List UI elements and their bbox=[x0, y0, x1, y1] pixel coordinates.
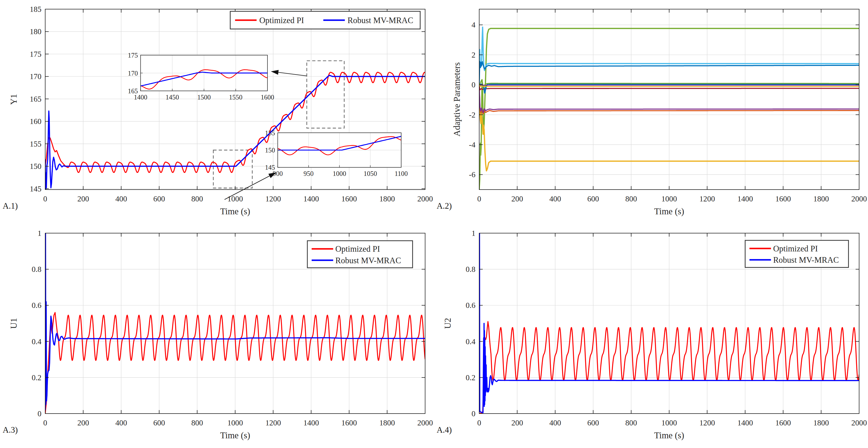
y-tick-label: 0.6 bbox=[32, 301, 41, 310]
x-tick-label: 200 bbox=[77, 418, 89, 427]
x-tick-label: 2000 bbox=[417, 418, 433, 427]
svg-text:1500: 1500 bbox=[197, 94, 211, 101]
y-tick-label: 0.2 bbox=[466, 373, 475, 382]
x-tick-label: 1400 bbox=[737, 194, 753, 203]
x-tick-label: 600 bbox=[587, 194, 599, 203]
legend: Optimized PIRobust MV-MRAC bbox=[307, 241, 412, 268]
y-tick-label: 0.8 bbox=[466, 265, 475, 274]
y-tick-label: 0.8 bbox=[32, 265, 41, 274]
x-tick-label: 0 bbox=[477, 418, 482, 427]
panel-label-a4: A.4) bbox=[437, 425, 452, 435]
y-tick-label: 160 bbox=[30, 117, 42, 126]
x-tick-label: 1400 bbox=[737, 418, 753, 427]
y-axis-label: U1 bbox=[9, 318, 19, 329]
y-tick-label: 180 bbox=[30, 27, 42, 36]
x-tick-label: 800 bbox=[191, 418, 203, 427]
svg-text:1450: 1450 bbox=[165, 94, 179, 101]
y-axis-label: U2 bbox=[443, 318, 453, 329]
legend-item-label: Robust MV-MRAC bbox=[348, 15, 413, 25]
legend: Optimized PIRobust MV-MRAC bbox=[745, 241, 848, 267]
y-tick-label: 0.2 bbox=[32, 373, 41, 382]
svg-text:1550: 1550 bbox=[229, 94, 242, 101]
x-tick-label: 600 bbox=[153, 194, 165, 203]
x-tick-label: 400 bbox=[116, 194, 127, 203]
x-tick-label: 600 bbox=[153, 418, 165, 427]
x-tick-label: 1200 bbox=[699, 194, 715, 203]
chart-canvas-u2: 020040060080010001200140016001800200000.… bbox=[434, 224, 868, 448]
x-tick-label: 1000 bbox=[227, 418, 243, 427]
y-tick-label: -2 bbox=[469, 110, 475, 119]
x-tick-label: 0 bbox=[477, 194, 482, 203]
y-tick-label: 165 bbox=[30, 95, 42, 103]
x-tick-label: 1800 bbox=[813, 418, 829, 427]
y-tick-label: -4 bbox=[469, 140, 476, 149]
x-tick-label: 1800 bbox=[379, 194, 395, 203]
y-tick-label: 0 bbox=[472, 409, 476, 418]
legend-item-label: Optimized PI bbox=[335, 244, 380, 254]
x-axis-label: Time (s) bbox=[654, 206, 684, 217]
y-tick-label: 0.4 bbox=[32, 337, 42, 346]
panel-label-a2: A.2) bbox=[437, 201, 452, 211]
x-tick-label: 2000 bbox=[851, 418, 867, 427]
x-tick-label: 800 bbox=[625, 194, 637, 203]
legend-item-label: Optimized PI bbox=[259, 15, 304, 25]
x-tick-label: 1600 bbox=[775, 418, 791, 427]
x-tick-label: 800 bbox=[625, 418, 637, 427]
legend: Optimized PIRobust MV-MRAC bbox=[230, 11, 420, 29]
y-tick-label: 1 bbox=[38, 229, 42, 237]
x-tick-label: 400 bbox=[550, 194, 561, 203]
svg-text:150: 150 bbox=[265, 147, 275, 154]
chart-canvas-y1: 0200400600800100012001400160018002000145… bbox=[0, 0, 434, 224]
y-tick-label: 185 bbox=[30, 5, 42, 13]
y-tick-label: 150 bbox=[30, 162, 42, 170]
figure-root: 0200400600800100012001400160018002000145… bbox=[0, 0, 868, 448]
x-tick-label: 400 bbox=[116, 418, 127, 427]
x-tick-label: 1200 bbox=[699, 418, 715, 427]
x-tick-label: 2000 bbox=[417, 194, 433, 203]
panel-u1-control: 020040060080010001200140016001800200000.… bbox=[0, 224, 434, 448]
x-tick-label: 600 bbox=[587, 418, 599, 427]
svg-text:950: 950 bbox=[304, 170, 314, 177]
legend-item-label: Robust MV-MRAC bbox=[335, 256, 401, 265]
callout-arrow-1 bbox=[271, 70, 307, 76]
x-tick-label: 1000 bbox=[661, 418, 677, 427]
svg-text:1000: 1000 bbox=[333, 170, 346, 177]
y-tick-label: 155 bbox=[30, 139, 42, 148]
y-tick-label: 4 bbox=[472, 21, 476, 29]
panel-label-a3: A.3) bbox=[3, 425, 18, 435]
svg-text:170: 170 bbox=[128, 70, 138, 77]
svg-text:175: 175 bbox=[128, 52, 138, 59]
x-tick-label: 1600 bbox=[775, 194, 791, 203]
x-tick-label: 400 bbox=[550, 418, 561, 427]
svg-text:1100: 1100 bbox=[395, 170, 408, 177]
x-tick-label: 200 bbox=[511, 418, 523, 427]
svg-text:145: 145 bbox=[265, 164, 275, 171]
x-tick-label: 0 bbox=[43, 194, 48, 203]
axes-box: 0200400600800100012001400160018002000-6-… bbox=[469, 9, 867, 203]
x-tick-label: 1000 bbox=[227, 194, 243, 203]
x-axis-label: Time (s) bbox=[654, 430, 684, 441]
x-tick-label: 0 bbox=[43, 418, 48, 427]
x-tick-label: 1400 bbox=[303, 194, 319, 203]
panel-adaptive-parameters: 0200400600800100012001400160018002000-6-… bbox=[434, 0, 868, 224]
x-axis-label: Time (s) bbox=[220, 430, 250, 441]
x-tick-label: 200 bbox=[511, 194, 523, 203]
legend-item-label: Robust MV-MRAC bbox=[773, 255, 839, 265]
y-tick-label: 0.6 bbox=[466, 301, 475, 310]
y-tick-label: 170 bbox=[30, 72, 42, 81]
y-tick-label: 0.4 bbox=[466, 337, 476, 346]
inset-zoom-1: 14001450150015501600165170175 bbox=[128, 52, 274, 101]
y-tick-label: 0 bbox=[472, 81, 476, 89]
inset-zoom-2: 900950100010501100145150155 bbox=[265, 129, 408, 178]
x-tick-label: 1600 bbox=[341, 194, 357, 203]
x-tick-label: 1800 bbox=[813, 194, 829, 203]
x-tick-label: 2000 bbox=[851, 194, 867, 203]
x-tick-label: 1800 bbox=[379, 418, 395, 427]
x-tick-label: 1200 bbox=[265, 418, 281, 427]
y-tick-label: 145 bbox=[30, 185, 42, 193]
grid-lines bbox=[479, 9, 859, 190]
svg-text:1050: 1050 bbox=[364, 170, 377, 177]
y-tick-label: 175 bbox=[30, 50, 42, 58]
panel-u2-control: 020040060080010001200140016001800200000.… bbox=[434, 224, 868, 448]
legend-item-label: Optimized PI bbox=[773, 244, 818, 253]
